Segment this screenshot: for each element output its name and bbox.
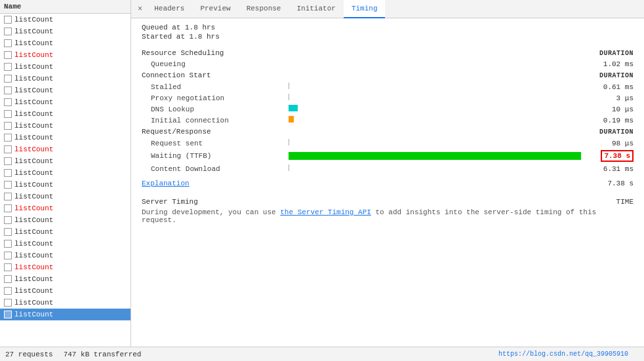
section-header-row: Request/ResponseDURATION [142, 126, 634, 138]
item-checkbox[interactable] [4, 110, 12, 118]
item-label: listCount [14, 134, 53, 142]
item-label: listCount [14, 204, 53, 212]
item-checkbox[interactable] [4, 216, 12, 224]
list-item[interactable]: listCount [0, 238, 131, 250]
timing-meta: Queued at 1.8 hrs Started at 1.8 hrs [142, 24, 634, 41]
list-item[interactable]: listCount [0, 261, 131, 273]
right-panel: × HeadersPreviewResponseInitiatorTiming … [131, 0, 644, 347]
item-checkbox[interactable] [4, 122, 12, 130]
timing-item-row: Stalled0.61 ms [142, 81, 634, 92]
tab-timing[interactable]: Timing [344, 0, 386, 18]
timing-item-row: Waiting (TTFB)7.38 s [142, 149, 634, 163]
item-label: listCount [14, 39, 53, 47]
list-item[interactable]: listCount [0, 285, 131, 297]
item-checkbox[interactable] [4, 75, 12, 83]
item-checkbox[interactable] [4, 299, 12, 307]
item-checkbox[interactable] [4, 134, 12, 142]
item-label: listCount [14, 193, 53, 200]
item-label: listCount [14, 287, 53, 295]
list-item[interactable]: listCount [0, 37, 131, 49]
list-item[interactable]: listCount [0, 120, 131, 132]
item-label: listCount [14, 28, 53, 35]
item-checkbox[interactable] [4, 252, 12, 259]
list-item[interactable]: listCount [0, 309, 131, 320]
list-item[interactable]: listCount [0, 49, 131, 61]
list-item[interactable]: listCount [0, 191, 131, 202]
server-timing-label: Server Timing [142, 198, 198, 206]
close-panel-button[interactable]: × [134, 3, 146, 15]
item-checkbox[interactable] [4, 228, 12, 236]
tab-response[interactable]: Response [239, 0, 289, 18]
requests-count: 27 requests [5, 351, 53, 358]
server-timing-header: Server Timing TIME [142, 198, 634, 206]
item-checkbox[interactable] [4, 98, 12, 106]
list-item[interactable]: listCount [0, 143, 131, 155]
item-label: listCount [14, 51, 53, 59]
item-checkbox[interactable] [4, 240, 12, 248]
item-label: listCount [14, 275, 53, 283]
item-checkbox[interactable] [4, 181, 12, 189]
server-timing-section: Server Timing TIME During development, y… [142, 198, 634, 224]
list-item[interactable]: listCount [0, 14, 131, 26]
explanation-link[interactable]: Explanation [142, 180, 190, 187]
item-label: listCount [14, 169, 53, 177]
item-label: listCount [14, 63, 53, 71]
list-item[interactable]: listCount [0, 226, 131, 238]
item-label: listCount [14, 86, 53, 94]
list-item[interactable]: listCount [0, 297, 131, 309]
item-checkbox[interactable] [4, 311, 12, 318]
item-checkbox[interactable] [4, 157, 12, 165]
item-label: listCount [14, 228, 53, 236]
item-checkbox[interactable] [4, 145, 12, 153]
request-list: listCountlistCountlistCountlistCountlist… [0, 14, 131, 347]
item-checkbox[interactable] [4, 193, 12, 200]
list-item[interactable]: listCount [0, 132, 131, 143]
timing-item-row: Queueing1.02 ms [142, 59, 634, 69]
status-bar: 27 requests 747 kB transferred https://b… [0, 347, 644, 361]
item-checkbox[interactable] [4, 275, 12, 283]
queued-text: Queued at 1.8 hrs [142, 24, 634, 31]
item-label: listCount [14, 122, 53, 130]
list-item[interactable]: listCount [0, 214, 131, 226]
item-label: listCount [14, 252, 53, 259]
list-item[interactable]: listCount [0, 73, 131, 85]
item-checkbox[interactable] [4, 28, 12, 35]
item-checkbox[interactable] [4, 63, 12, 71]
item-checkbox[interactable] [4, 16, 12, 24]
list-item[interactable]: listCount [0, 179, 131, 191]
server-timing-api-link[interactable]: the Server Timing API [280, 208, 371, 216]
list-item[interactable]: listCount [0, 155, 131, 167]
list-item[interactable]: listCount [0, 167, 131, 179]
item-checkbox[interactable] [4, 204, 12, 212]
highlighted-duration: 7.38 s [601, 150, 634, 162]
item-label: listCount [14, 216, 53, 224]
item-checkbox[interactable] [4, 169, 12, 177]
item-label: listCount [14, 311, 53, 318]
list-item[interactable]: listCount [0, 85, 131, 96]
list-item[interactable]: listCount [0, 202, 131, 214]
tab-preview[interactable]: Preview [192, 0, 238, 18]
item-checkbox[interactable] [4, 39, 12, 47]
item-label: listCount [14, 157, 53, 165]
list-item[interactable]: listCount [0, 108, 131, 120]
item-checkbox[interactable] [4, 86, 12, 94]
timing-item-row: Proxy negotiation3 μs [142, 92, 634, 104]
list-item[interactable]: listCount [0, 273, 131, 285]
tab-headers[interactable]: Headers [146, 0, 192, 18]
item-checkbox[interactable] [4, 287, 12, 295]
left-panel: Name listCountlistCountlistCountlistCoun… [0, 0, 131, 347]
started-text: Started at 1.8 hrs [142, 33, 634, 41]
list-item[interactable]: listCount [0, 61, 131, 73]
timing-table: Resource SchedulingDURATIONQueueing1.02 … [142, 47, 634, 174]
total-time: 7.38 s [607, 180, 634, 187]
timing-item-row: Request sent98 μs [142, 138, 634, 149]
list-item[interactable]: listCount [0, 26, 131, 37]
item-checkbox[interactable] [4, 263, 12, 271]
list-item[interactable]: listCount [0, 96, 131, 108]
list-item[interactable]: listCount [0, 250, 131, 261]
item-checkbox[interactable] [4, 51, 12, 59]
tab-initiator[interactable]: Initiator [289, 0, 343, 18]
section-header-row: Connection StartDURATION [142, 69, 634, 81]
server-timing-desc: During development, you can use the Serv… [142, 208, 634, 224]
item-label: listCount [14, 145, 53, 153]
